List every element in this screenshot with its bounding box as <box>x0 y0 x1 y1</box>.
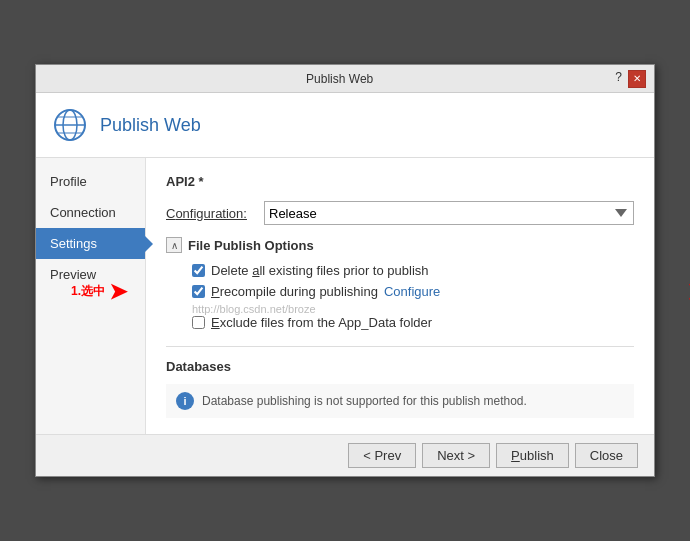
sidebar-item-connection[interactable]: Connection <box>36 197 145 228</box>
info-icon: i <box>176 392 194 410</box>
main-content: API2 * Configuration: Release Debug ∧ Fi… <box>146 158 654 434</box>
checkbox-row-delete: Delete all existing files prior to publi… <box>166 263 634 278</box>
watermark: http://blog.csdn.net/broze <box>166 303 634 315</box>
configure-link[interactable]: Configure <box>384 284 440 299</box>
title-bar: Publish Web ? ✕ <box>36 65 654 93</box>
publish-web-dialog: Publish Web ? ✕ Publish Web Profile Conn… <box>35 64 655 477</box>
header-title: Publish Web <box>100 115 201 136</box>
checkbox-precompile-label: Precompile during publishing <box>211 284 378 299</box>
publish-button[interactable]: Publish <box>496 443 569 468</box>
sidebar-item-profile[interactable]: Profile <box>36 166 145 197</box>
checkbox-exclude[interactable] <box>192 316 205 329</box>
next-button[interactable]: Next > <box>422 443 490 468</box>
dialog-title: Publish Web <box>64 72 615 86</box>
config-label: Configuration: <box>166 206 256 221</box>
configuration-row: Configuration: Release Debug <box>166 201 634 225</box>
checkbox-row-precompile: 1.选中 ➤ Precompile during publishing Conf… <box>166 284 634 299</box>
databases-title: Databases <box>166 359 634 374</box>
checkbox-precompile[interactable] <box>192 285 205 298</box>
close-button[interactable]: Close <box>575 443 638 468</box>
help-icon[interactable]: ? <box>615 70 622 88</box>
arrow-right-1: ➤ <box>109 281 127 303</box>
databases-section: Databases i Database publishing is not s… <box>166 346 634 418</box>
info-text: Database publishing is not supported for… <box>202 394 527 408</box>
annotation-1: 1.选中 ➤ <box>71 281 127 303</box>
dialog-body: Profile Connection Settings Preview API2… <box>36 158 654 434</box>
checkbox-row-precompile-wrapper: 1.选中 ➤ Precompile during publishing Conf… <box>166 284 634 315</box>
prev-button[interactable]: < Prev <box>348 443 416 468</box>
checkbox-exclude-label: Exclude files from the App_Data folder <box>211 315 432 330</box>
configuration-select[interactable]: Release Debug <box>264 201 634 225</box>
info-row: i Database publishing is not supported f… <box>166 384 634 418</box>
file-publish-options-header: ∧ File Publish Options <box>166 237 634 253</box>
section-toggle-icon[interactable]: ∧ <box>166 237 182 253</box>
checkbox-delete[interactable] <box>192 264 205 277</box>
checkbox-delete-label: Delete all existing files prior to publi… <box>211 263 429 278</box>
close-title-button[interactable]: ✕ <box>628 70 646 88</box>
file-publish-options-label: File Publish Options <box>188 238 314 253</box>
sidebar-item-settings[interactable]: Settings <box>36 228 145 259</box>
title-bar-buttons: ? ✕ <box>615 70 646 88</box>
checkbox-row-exclude: Exclude files from the App_Data folder <box>166 315 634 330</box>
dialog-footer: < Prev Next > Publish Close <box>36 434 654 476</box>
dialog-header: Publish Web <box>36 93 654 158</box>
globe-icon <box>52 107 88 143</box>
profile-name: API2 * <box>166 174 634 189</box>
